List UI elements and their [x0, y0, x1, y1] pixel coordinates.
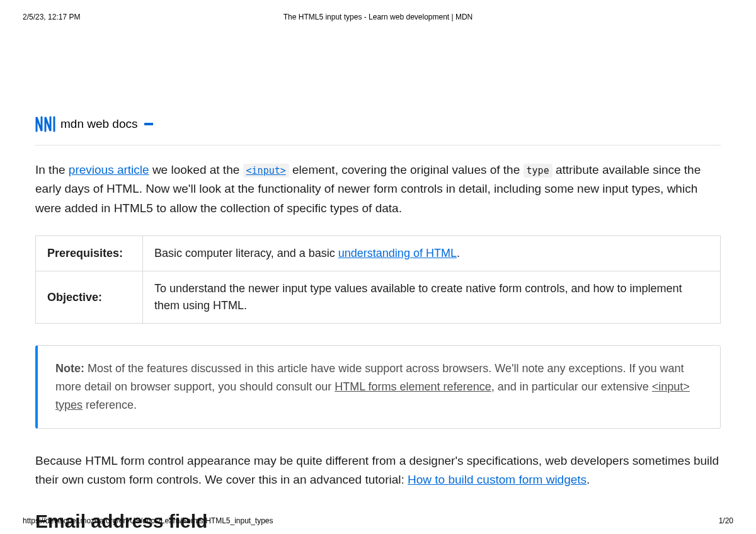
custom-controls-paragraph: Because HTML form control appearance may… [35, 452, 721, 490]
input-element-link[interactable]: <input> [243, 164, 289, 178]
prerequisites-label: Prerequisites: [36, 236, 143, 271]
table-row: Prerequisites: Basic computer literacy, … [36, 236, 721, 271]
print-page-number: 1/20 [719, 516, 733, 525]
type-code: type [524, 164, 553, 178]
mdn-logo-icon [35, 116, 55, 132]
forms-reference-link[interactable]: HTML forms element reference [335, 380, 491, 393]
objective-value: To understand the newer input type value… [143, 271, 721, 324]
previous-article-link[interactable]: previous article [69, 163, 149, 176]
mdn-logo: mdn web docs [35, 116, 721, 145]
print-url: https://developer.mozilla.org/en-US/docs… [23, 516, 273, 525]
mdn-logo-text: mdn web docs [60, 117, 138, 131]
note-callout: Note: Most of the features discussed in … [35, 345, 721, 428]
table-row: Objective: To understand the newer input… [36, 271, 721, 324]
para-text: . [587, 473, 590, 486]
intro-text: In the [35, 163, 69, 176]
meta-table: Prerequisites: Basic computer literacy, … [35, 236, 721, 324]
print-title: The HTML5 input types - Learn web develo… [0, 13, 756, 21]
print-footer: https://developer.mozilla.org/en-US/docs… [23, 516, 733, 525]
cell-text: Basic computer literacy, and a basic [154, 247, 338, 259]
objective-label: Objective: [36, 271, 143, 324]
mdn-logo-underscore [144, 123, 153, 125]
cell-text: . [457, 247, 460, 259]
page-content: mdn web docs In the previous article we … [0, 21, 756, 532]
note-label: Note: [55, 362, 84, 375]
intro-text: we looked at the [149, 163, 243, 176]
intro-text: element, covering the original values of… [289, 163, 524, 176]
para-text: Because HTML form control appearance may… [35, 454, 719, 486]
prerequisites-value: Basic computer literacy, and a basic und… [143, 236, 721, 271]
understanding-html-link[interactable]: understanding of HTML [338, 247, 457, 259]
note-text: reference. [83, 399, 137, 411]
custom-widgets-link[interactable]: How to build custom form widgets [408, 473, 587, 486]
intro-paragraph: In the previous article we looked at the… [35, 161, 721, 218]
note-text: , and in particular our extensive [491, 380, 652, 393]
print-header: 2/5/23, 12:17 PM The HTML5 input types -… [0, 0, 756, 21]
